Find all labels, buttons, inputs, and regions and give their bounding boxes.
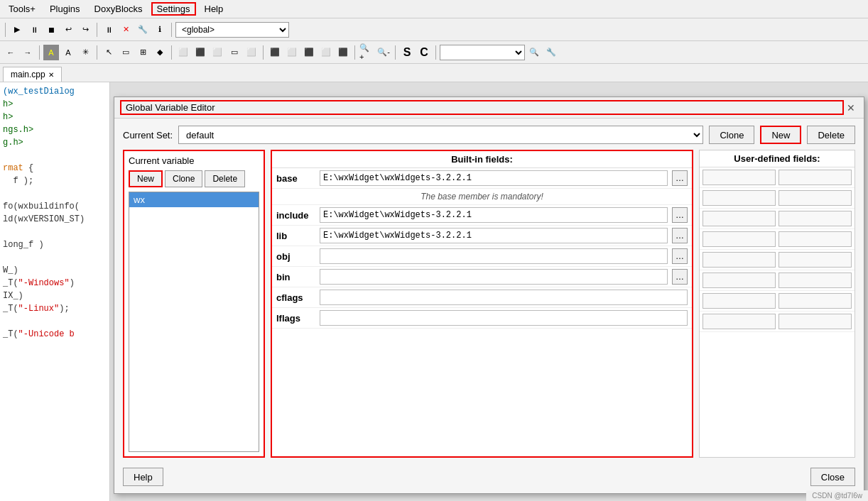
tb-btn-9[interactable]: ℹ xyxy=(152,22,168,38)
tb2-btn-d[interactable]: ▭ xyxy=(227,45,242,60)
toolbar-sep-1 xyxy=(5,23,6,37)
field-input-lflags[interactable] xyxy=(320,310,688,326)
run-btn[interactable]: ▶ xyxy=(9,22,25,38)
tb2-btn-b[interactable]: ⬛ xyxy=(192,45,208,60)
tb2-btn-a[interactable]: ⬜ xyxy=(175,45,191,60)
field-input-obj[interactable] xyxy=(320,248,668,264)
search-dropdown[interactable] xyxy=(440,45,525,60)
field-browse-bin[interactable]: … xyxy=(672,269,688,285)
tb2-s-btn[interactable]: S xyxy=(399,45,415,60)
tb2-zoom-out[interactable]: 🔍- xyxy=(376,45,391,60)
tb2-font[interactable]: A xyxy=(60,45,76,60)
tb2-btn-c[interactable]: ⬜ xyxy=(210,45,225,60)
code-line-8: f ); xyxy=(3,175,107,187)
dialog-title-bar: Global Variable Editor ✕ xyxy=(114,97,864,119)
tb2-rect[interactable]: ▭ xyxy=(118,45,134,60)
tb-btn-3[interactable]: ⏹ xyxy=(43,22,59,38)
code-line-6 xyxy=(3,149,107,162)
user-field-right-4[interactable] xyxy=(779,231,852,247)
field-browse-obj[interactable]: … xyxy=(672,248,688,264)
menu-tools[interactable]: Tools+ xyxy=(3,2,41,16)
tb-btn-5[interactable]: ↪ xyxy=(77,22,93,38)
two-panel: Current variable New Clone Delete wx xyxy=(123,150,855,458)
dialog-close-x-btn[interactable]: ✕ xyxy=(844,101,858,115)
tb2-sep-7 xyxy=(435,45,436,60)
tb2-btn-e[interactable]: ⬜ xyxy=(244,45,259,60)
tb2-shape-b[interactable]: ⬜ xyxy=(284,45,300,60)
field-row-base: base … xyxy=(272,168,692,189)
field-browse-lib[interactable]: … xyxy=(672,228,688,243)
delete-set-btn[interactable]: Delete xyxy=(807,126,855,144)
tb2-target[interactable]: ⊞ xyxy=(135,45,151,60)
current-set-label: Current Set: xyxy=(123,130,173,141)
code-line-19 xyxy=(3,315,107,328)
var-new-btn[interactable]: New xyxy=(129,170,163,187)
user-field-right-5[interactable] xyxy=(779,252,852,268)
fields-area: Built-in fields: base … xyxy=(271,150,855,458)
field-browse-base[interactable]: … xyxy=(672,170,688,186)
tb-btn-2[interactable]: ⏸ xyxy=(26,22,42,38)
builtin-fields-header: Built-in fields: xyxy=(272,151,692,168)
tb2-cursor[interactable]: ↖ xyxy=(101,45,116,60)
menu-doxyblocks[interactable]: DoxyBlocks xyxy=(89,2,148,16)
user-field-right-6[interactable] xyxy=(779,272,852,288)
tb-btn-8[interactable]: 🔧 xyxy=(135,22,151,38)
user-field-left-3[interactable] xyxy=(702,211,776,226)
user-field-row-4 xyxy=(700,229,855,250)
tb-btn-6[interactable]: ⏸ xyxy=(101,22,116,38)
field-label-include: include xyxy=(276,210,315,221)
user-field-right-3[interactable] xyxy=(779,211,852,226)
var-clone-btn[interactable]: Clone xyxy=(165,170,202,187)
menu-help[interactable]: Help xyxy=(199,2,229,16)
menu-plugins[interactable]: Plugins xyxy=(44,2,86,16)
user-field-left-5[interactable] xyxy=(702,252,776,268)
tb2-wrench[interactable]: 🔧 xyxy=(543,45,559,60)
field-browse-include[interactable]: … xyxy=(672,207,688,223)
clone-set-btn[interactable]: Clone xyxy=(709,126,754,144)
user-field-left-4[interactable] xyxy=(702,231,776,247)
field-input-base[interactable] xyxy=(320,170,668,186)
var-delete-btn[interactable]: Delete xyxy=(205,170,245,187)
field-label-bin: bin xyxy=(276,272,315,282)
user-field-left-7[interactable] xyxy=(702,293,776,309)
field-input-lib[interactable] xyxy=(320,228,668,243)
close-btn[interactable]: Close xyxy=(810,468,855,486)
tb2-asterisk[interactable]: ✳ xyxy=(77,45,93,60)
tb2-shape-c[interactable]: ⬛ xyxy=(301,45,317,60)
field-input-cflags[interactable] xyxy=(320,290,688,305)
tb2-shape-e[interactable]: ⬛ xyxy=(335,45,351,60)
help-btn[interactable]: Help xyxy=(123,468,163,486)
field-input-bin[interactable] xyxy=(320,269,668,285)
tb2-c-btn[interactable]: C xyxy=(416,45,432,60)
builtin-fields-panel: Built-in fields: base … xyxy=(271,150,693,458)
user-field-right-8[interactable] xyxy=(779,314,852,329)
user-field-right-7[interactable] xyxy=(779,293,852,309)
user-field-right-2[interactable] xyxy=(779,190,852,206)
menu-settings[interactable]: Settings xyxy=(151,2,196,16)
tb2-highlight[interactable]: A xyxy=(43,45,59,60)
variable-item-wx[interactable]: wx xyxy=(129,192,259,207)
tab-bar: main.cpp ✕ xyxy=(0,64,868,82)
code-line-9 xyxy=(3,187,107,200)
user-field-left-6[interactable] xyxy=(702,272,776,288)
user-field-row-8 xyxy=(700,312,855,332)
scope-dropdown[interactable]: <global> xyxy=(175,22,289,38)
tb2-fwd[interactable]: → xyxy=(20,45,36,60)
new-set-btn[interactable]: New xyxy=(760,126,801,144)
tb-btn-4[interactable]: ↩ xyxy=(60,22,76,38)
tb2-shape-d[interactable]: ⬜ xyxy=(318,45,334,60)
tab-close-btn[interactable]: ✕ xyxy=(48,71,54,79)
tb2-shape-a[interactable]: ⬛ xyxy=(267,45,283,60)
tb2-diamond[interactable]: ◆ xyxy=(152,45,168,60)
tb2-search[interactable]: 🔍 xyxy=(526,45,542,60)
current-set-dropdown[interactable]: default xyxy=(178,126,703,144)
tb-btn-stop[interactable]: ✕ xyxy=(118,22,134,38)
tb2-zoom-in[interactable]: 🔍+ xyxy=(359,45,374,60)
tab-main-cpp[interactable]: main.cpp ✕ xyxy=(3,67,62,82)
tb2-back[interactable]: ← xyxy=(3,45,18,60)
user-field-left-8[interactable] xyxy=(702,314,776,329)
field-input-include[interactable] xyxy=(320,207,668,223)
user-field-left-2[interactable] xyxy=(702,190,776,206)
user-field-left-1[interactable] xyxy=(702,170,776,185)
user-field-right-1[interactable] xyxy=(779,170,852,185)
